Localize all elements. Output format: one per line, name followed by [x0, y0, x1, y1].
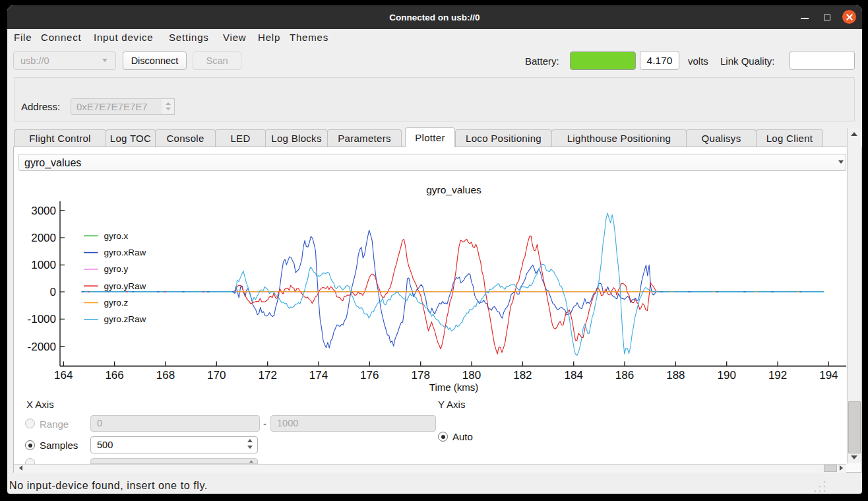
svg-text:174: 174	[309, 369, 328, 382]
svg-text:186: 186	[615, 369, 634, 382]
svg-text:gyro.y: gyro.y	[104, 264, 129, 274]
svg-text:gyro.yRaw: gyro.yRaw	[104, 281, 146, 291]
svg-text:182: 182	[513, 369, 532, 382]
svg-text:194: 194	[819, 369, 838, 382]
svg-text:3000: 3000	[31, 205, 56, 217]
svg-text:164: 164	[54, 369, 73, 382]
svg-text:188: 188	[666, 369, 685, 382]
svg-text:2000: 2000	[31, 232, 56, 244]
svg-text:176: 176	[360, 369, 379, 382]
svg-text:gyro.zRaw: gyro.zRaw	[104, 314, 146, 324]
svg-text:190: 190	[718, 369, 736, 382]
svg-text:Time (kms): Time (kms)	[429, 382, 478, 393]
svg-text:168: 168	[156, 369, 175, 382]
svg-text:170: 170	[207, 369, 226, 382]
svg-text:gyro_values: gyro_values	[426, 184, 481, 195]
svg-text:192: 192	[768, 369, 787, 382]
svg-text:gyro.xRaw: gyro.xRaw	[104, 248, 146, 257]
svg-text:166: 166	[105, 369, 123, 382]
svg-text:gyro.x: gyro.x	[104, 231, 129, 241]
svg-text:-1000: -1000	[28, 313, 56, 325]
svg-text:1000: 1000	[31, 259, 56, 271]
svg-text:0: 0	[50, 286, 56, 298]
svg-text:180: 180	[462, 369, 481, 382]
svg-text:gyro.z: gyro.z	[104, 298, 129, 308]
svg-text:178: 178	[412, 369, 430, 382]
svg-text:-2000: -2000	[28, 341, 56, 353]
svg-text:184: 184	[565, 369, 583, 382]
svg-text:172: 172	[259, 369, 277, 382]
